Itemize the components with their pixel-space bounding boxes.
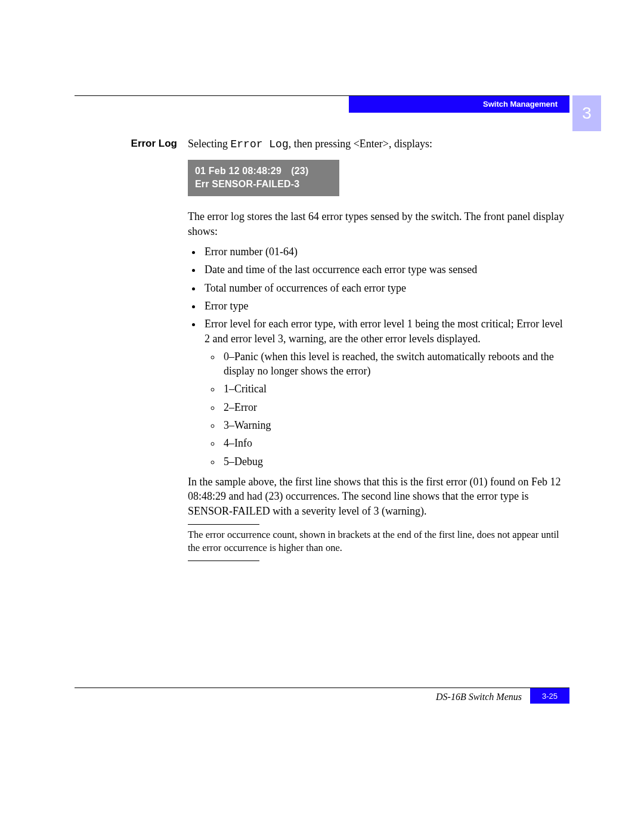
list-item: Error type [202,299,569,313]
list-item: Error level for each error type, with er… [202,317,569,469]
footer-page-number: 3-25 [542,692,558,701]
list-item: Error number (01-64) [202,244,569,259]
display-line-1: 01 Feb 12 08:48:29 (23) [195,165,332,178]
intro-pre: Selecting [188,138,230,150]
footer-title: DS-16B Switch Menus [436,692,522,702]
intro-code: Error Log [230,138,288,150]
note-rule-top [188,524,259,525]
section-title: Switch Management [483,100,558,109]
list-item: 4–Info [221,436,569,450]
body-column: Selecting Error Log, then pressing <Ente… [188,137,569,565]
bullet-list: Error number (01-64) Date and time of th… [188,244,569,469]
header-blue-bar: Switch Management [349,96,569,113]
side-heading: Error Log [75,137,188,150]
list-item: Date and time of the last occurrence eac… [202,262,569,277]
display-line-2: Err SENSOR-FAILED-3 [195,178,332,191]
list-item: Total number of occurrences of each erro… [202,281,569,295]
intro-paragraph: Selecting Error Log, then pressing <Ente… [188,137,569,151]
list-item-text: Error level for each error type, with er… [205,318,563,344]
list-item: 3–Warning [221,418,569,432]
list-item: 0–Panic (when this level is reached, the… [221,349,569,379]
paragraph-1: The error log stores the last 64 error t… [188,209,569,239]
page-footer: DS-16B Switch Menus 3-25 [75,688,569,705]
paragraph-2: In the sample above, the first line show… [188,475,569,518]
footer-page-box: 3-25 [530,688,569,704]
sub-bullet-list: 0–Panic (when this level is reached, the… [205,349,569,469]
content-row: Error Log Selecting Error Log, then pres… [75,137,569,565]
list-item: 5–Debug [221,454,569,469]
intro-post: , then pressing <Enter>, displays: [289,138,432,150]
list-item: 1–Critical [221,382,569,396]
chapter-tab: 3 [572,95,601,131]
page-content: Switch Management Error Log Selecting Er… [75,95,569,565]
lcd-display-panel: 01 Feb 12 08:48:29 (23) Err SENSOR-FAILE… [188,160,339,196]
note-rule-bottom [188,561,259,561]
chapter-number: 3 [582,104,592,123]
list-item: 2–Error [221,400,569,414]
note-text: The error occurrence count, shown in bra… [188,528,569,555]
header-band: Switch Management [75,96,569,113]
